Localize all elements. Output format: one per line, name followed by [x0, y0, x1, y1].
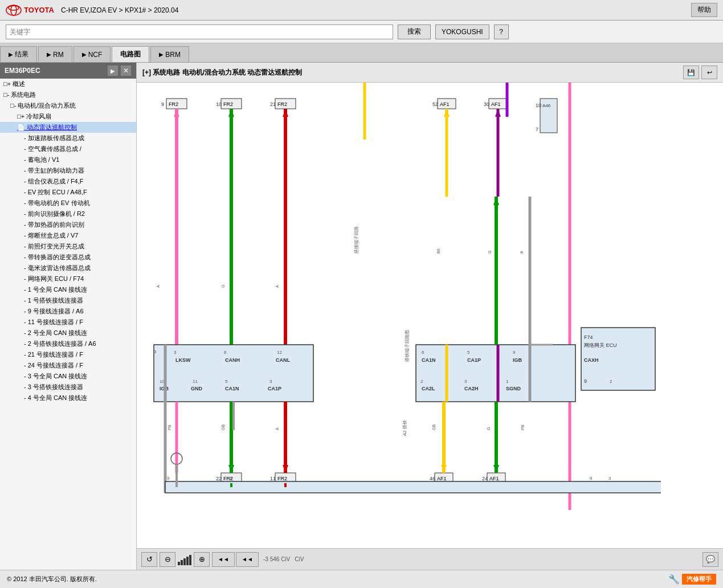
sidebar-item-heatcam[interactable]: - 带加热器的前向识别: [0, 219, 136, 230]
svg-text:9: 9: [167, 476, 170, 481]
sidebar-item-cooling[interactable]: □+ 冷却风扇: [0, 111, 136, 122]
svg-text:CA2L: CA2L: [422, 386, 435, 391]
sidebar-item-conn9[interactable]: - 9 号接线连接器 / A6: [0, 306, 136, 317]
svg-rect-3: [137, 83, 661, 510]
sidebar-item-can2[interactable]: - 2 号全局 CAN 接线连: [0, 328, 136, 338]
brand-label: TOYOTA: [24, 6, 54, 14]
svg-rect-36: [154, 345, 313, 402]
save-diagram-button[interactable]: 💾: [683, 66, 699, 79]
tab-brm[interactable]: ▶ BRM: [150, 46, 189, 62]
diagram-title-bar: [+] 系统电路 电动机/混合动力系统 动态雷达巡航控制 💾 ↩: [137, 63, 723, 83]
signal-bar-3: [183, 558, 186, 565]
sidebar-item-battery[interactable]: - 蓄电池 / V1: [0, 154, 136, 165]
question-button[interactable]: ?: [494, 24, 509, 39]
sidebar-item-combo[interactable]: - 组合仪表总成 / F4,F: [0, 176, 136, 187]
sidebar-item-drcc[interactable]: 📄 动态雷达巡航控制: [0, 122, 136, 133]
diagram-canvas[interactable]: FR2 9 FR2 10 FR2 21 AF1 52 AF1 30: [137, 83, 723, 548]
signal-bar-5: [189, 555, 191, 565]
svg-text:CA2H: CA2H: [464, 386, 479, 391]
sidebar-item-brake[interactable]: - 带主缸的制动助力器: [0, 165, 136, 176]
breadcrumb: C-HR EV,IZOA EV > KPX1# > 2020.04: [61, 6, 178, 14]
chat-button[interactable]: 💬: [702, 552, 718, 567]
search-button[interactable]: 搜索: [398, 24, 431, 39]
sidebar-item-overview[interactable]: □+ 概述: [0, 79, 136, 89]
sidebar-title: EM36P0EC: [5, 67, 40, 75]
sidebar-item-inverter[interactable]: - 带转换器的逆变器总成: [0, 252, 136, 263]
svg-rect-93: [165, 481, 661, 493]
svg-rect-51: [416, 345, 575, 402]
sidebar-item-can1[interactable]: - 1 号全局 CAN 接线连: [0, 284, 136, 295]
sidebar-item-evmotor[interactable]: - 带电动机的 EV 传动机: [0, 198, 136, 209]
tab-brm-label: BRM: [165, 51, 181, 59]
svg-text:A: A: [275, 285, 279, 288]
sidebar-item-radar[interactable]: - 毫米波雷达传感器总成: [0, 263, 136, 273]
sidebar-item-can4[interactable]: - 4 号全局 CAN 接线连: [0, 393, 136, 403]
svg-text:2: 2: [420, 379, 423, 384]
sidebar-item-gnd3[interactable]: - 3 号搭铁接线连接器: [0, 382, 136, 393]
tab-ncf-label: NCF: [88, 51, 103, 59]
sidebar-nav-button[interactable]: ▶: [107, 65, 119, 76]
sidebar-item-motor[interactable]: □- 电动机/混合动力系统: [0, 100, 136, 111]
svg-text:CANH: CANH: [225, 357, 240, 363]
sidebar-item-conn24[interactable]: - 24 号接线连接器 / F: [0, 360, 136, 371]
svg-text:9: 9: [584, 378, 587, 384]
svg-text:B6: B6: [436, 248, 440, 254]
sidebar-item-fusebox[interactable]: - 熔断丝盒总成 / V7: [0, 230, 136, 241]
zoom-out-button[interactable]: ⊖: [160, 552, 175, 567]
svg-text:5: 5: [225, 379, 228, 384]
copyright-text: © 2012 丰田汽车公司. 版权所有.: [7, 575, 97, 583]
toyota-logo: TOYOTA: [6, 5, 54, 16]
sidebar-item-gnd1[interactable]: - 1 号搭铁接线连接器: [0, 295, 136, 306]
yokogushi-button[interactable]: YOKOGUSHI: [435, 24, 489, 39]
svg-text:A: A: [520, 251, 524, 254]
sidebar: EM36P0EC ▶ ✕ □+ 概述□- 系统电路□- 电动机/混合动力系统□+…: [0, 63, 137, 570]
svg-text:搭铁端子回路图: 搭铁端子回路图: [405, 330, 410, 362]
svg-text:3: 3: [608, 476, 611, 481]
tab-results[interactable]: ▶ 结果: [0, 46, 37, 62]
svg-text:G: G: [487, 427, 491, 430]
sidebar-item-gateway[interactable]: - 网络网关 ECU / F74: [0, 273, 136, 284]
nav-first-button[interactable]: ◄◄: [212, 552, 235, 567]
tab-rm[interactable]: ▶ RM: [38, 46, 72, 62]
tab-arrow: ▶: [47, 51, 51, 58]
diagram-title-text: [+] 系统电路 电动机/混合动力系统 动态雷达巡航控制: [142, 68, 302, 77]
main-area: EM36P0EC ▶ ✕ □+ 概述□- 系统电路□- 电动机/混合动力系统□+…: [0, 63, 723, 570]
sidebar-item-camera[interactable]: - 前向识别摄像机 / R2: [0, 209, 136, 219]
back-diagram-button[interactable]: ↩: [701, 66, 717, 79]
svg-text:7: 7: [536, 126, 538, 132]
sidebar-item-conn21[interactable]: - 21 号接线连接器 / F: [0, 349, 136, 360]
svg-text:AF1: AF1: [437, 476, 447, 481]
tab-ncf[interactable]: ▶ NCF: [73, 46, 111, 62]
svg-text:FR2: FR2: [277, 476, 287, 481]
sidebar-item-headlight[interactable]: - 前照灯变光开关总成: [0, 241, 136, 252]
svg-text:24: 24: [482, 476, 488, 481]
svg-text:AF1: AF1: [440, 101, 450, 107]
refresh-button[interactable]: ↺: [141, 552, 157, 567]
diagram-toolbar-right: 💾 ↩: [683, 66, 717, 79]
svg-text:A: A: [275, 427, 279, 430]
svg-point-2: [9, 6, 19, 10]
svg-text:9: 9: [513, 350, 516, 355]
nav-button-group: ◄◄ ◄◄: [212, 552, 259, 567]
sidebar-close-button[interactable]: ✕: [120, 65, 132, 76]
sidebar-item-syscircuit[interactable]: □- 系统电路: [0, 89, 136, 100]
sidebar-item-airbag[interactable]: - 空气囊传感器总成 /: [0, 144, 136, 154]
search-input[interactable]: [6, 24, 393, 39]
svg-text:LKSW: LKSW: [175, 357, 191, 363]
search-bar: 搜索 YOKOGUSHI ?: [0, 21, 723, 43]
signal-bar-4: [186, 557, 189, 565]
zoom-in-button[interactable]: ⊕: [194, 552, 210, 567]
nav-prev-button[interactable]: ◄◄: [236, 552, 259, 567]
svg-text:3: 3: [174, 350, 177, 355]
sidebar-item-gnd2[interactable]: - 2 号搭铁接线连接器 / A6: [0, 338, 136, 349]
sidebar-item-can3[interactable]: - 3 号全局 CAN 接线连: [0, 371, 136, 382]
signal-bar-1: [178, 562, 180, 565]
sidebar-item-conn11[interactable]: - 11 号接线连接器 / F: [0, 317, 136, 328]
tab-circuit[interactable]: 电路图: [112, 46, 149, 62]
sidebar-item-evecu[interactable]: - EV 控制 ECU / A48,F: [0, 187, 136, 198]
sidebar-item-accel[interactable]: - 加速踏板传感器总成: [0, 133, 136, 144]
svg-text:11: 11: [270, 476, 276, 481]
help-button[interactable]: 帮助: [691, 3, 717, 17]
svg-text:CA1P: CA1P: [467, 357, 481, 363]
svg-text:FR2: FR2: [223, 101, 233, 107]
